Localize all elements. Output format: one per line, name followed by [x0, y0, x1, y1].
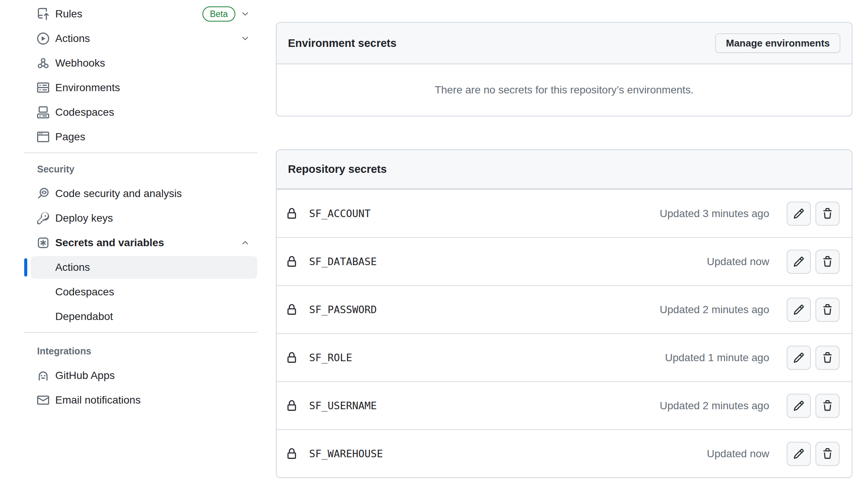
lock-icon [286, 352, 297, 363]
sidebar-item-webhooks[interactable]: Webhooks [31, 52, 257, 75]
environment-secrets-panel: Environment secrets Manage environments … [276, 22, 852, 116]
repo-push-icon [37, 8, 49, 20]
sidebar-item-label: Secrets and variables [55, 237, 164, 249]
repository-secrets-header: Repository secrets [277, 150, 852, 189]
sidebar-item-actions[interactable]: Actions [31, 27, 257, 50]
trash-icon [822, 304, 833, 315]
trash-icon [822, 352, 833, 363]
sidebar-item-label: Email notifications [55, 394, 141, 406]
delete-secret-button[interactable] [815, 394, 840, 418]
lock-icon [286, 256, 297, 267]
sidebar-divider [24, 152, 257, 153]
edit-secret-button[interactable] [787, 394, 811, 418]
sidebar-item-label: GitHub Apps [55, 370, 115, 382]
secret-name: SF_USERNAME [309, 400, 377, 411]
secret-row: SF_DATABASE Updated now [277, 237, 852, 285]
server-icon [37, 82, 49, 94]
sidebar-item-email-notifications[interactable]: Email notifications [31, 389, 257, 411]
delete-secret-button[interactable] [815, 442, 840, 466]
environment-secrets-empty-message: There are no secrets for this repository… [277, 64, 852, 116]
sidebar-item-label: Environments [55, 82, 120, 94]
delete-secret-button[interactable] [815, 298, 840, 322]
key-asterisk-icon [37, 237, 49, 249]
sidebar-item-label: Deploy keys [55, 212, 113, 224]
sidebar-section-integrations: Integrations [37, 346, 257, 357]
trash-icon [822, 400, 833, 411]
environment-secrets-title: Environment secrets [288, 37, 397, 50]
sidebar-item-label: Actions [55, 33, 90, 45]
trash-icon [822, 448, 833, 460]
lock-icon [286, 304, 297, 315]
secret-updated-timestamp: Updated 2 minutes ago [660, 304, 769, 316]
mail-icon [37, 394, 49, 406]
secrets-main-content: Environment secrets Manage environments … [276, 22, 852, 478]
sidebar-section-security: Security [37, 164, 257, 175]
sidebar-item-label: Rules [55, 8, 82, 20]
secret-row: SF_USERNAME Updated 2 minutes ago [277, 381, 852, 429]
sidebar-item-label: Codespaces [55, 106, 114, 118]
delete-secret-button[interactable] [815, 346, 840, 370]
secret-updated-timestamp: Updated now [707, 256, 769, 268]
pencil-icon [793, 448, 804, 460]
pencil-icon [793, 352, 804, 363]
sidebar-item-github-apps[interactable]: GitHub Apps [31, 364, 257, 387]
browser-icon [37, 131, 49, 143]
sidebar-item-secrets-and-variables[interactable]: Secrets and variables [31, 231, 257, 254]
webhook-icon [37, 57, 49, 69]
repository-secrets-title: Repository secrets [288, 163, 387, 175]
sidebar-item-pages[interactable]: Pages [31, 126, 257, 148]
delete-secret-button[interactable] [815, 250, 840, 274]
secret-row: SF_ACCOUNT Updated 3 minutes ago [277, 189, 852, 237]
secret-name: SF_ACCOUNT [309, 208, 371, 219]
sidebar-subitem-codespaces[interactable]: Codespaces [31, 281, 257, 303]
secret-updated-timestamp: Updated 3 minutes ago [660, 208, 769, 220]
trash-icon [822, 208, 833, 219]
codespaces-icon [37, 106, 49, 118]
secret-name: SF_WAREHOUSE [309, 448, 383, 460]
lock-icon [286, 400, 297, 411]
sidebar-item-rules[interactable]: Rules Beta [31, 3, 257, 25]
edit-secret-button[interactable] [787, 250, 811, 274]
chevron-down-icon [241, 34, 250, 43]
play-icon [37, 33, 49, 45]
codescan-icon [37, 188, 49, 200]
key-icon [37, 212, 49, 224]
sidebar-item-code-security[interactable]: Code security and analysis [31, 182, 257, 205]
sidebar-item-codespaces[interactable]: Codespaces [31, 101, 257, 124]
sidebar-item-environments[interactable]: Environments [31, 76, 257, 99]
repository-secrets-panel: Repository secrets SF_ACCOUNT Updated 3 … [276, 149, 852, 478]
secret-row: SF_WAREHOUSE Updated now [277, 429, 852, 477]
secret-row: SF_PASSWORD Updated 2 minutes ago [277, 285, 852, 333]
sidebar-divider [24, 332, 257, 333]
sidebar-item-deploy-keys[interactable]: Deploy keys [31, 207, 257, 230]
edit-secret-button[interactable] [787, 298, 811, 322]
edit-secret-button[interactable] [787, 346, 811, 370]
sidebar-item-label: Code security and analysis [55, 188, 182, 200]
repository-settings-page: Rules Beta Actions Webhooks Environments… [0, 0, 868, 500]
secret-name: SF_ROLE [309, 352, 352, 363]
secret-row: SF_ROLE Updated 1 minute ago [277, 333, 852, 381]
pencil-icon [793, 256, 804, 267]
lock-icon [286, 208, 297, 219]
sidebar-subitem-dependabot[interactable]: Dependabot [31, 305, 257, 328]
pencil-icon [793, 400, 804, 411]
beta-badge: Beta [202, 6, 235, 22]
settings-sidebar: Rules Beta Actions Webhooks Environments… [24, 0, 257, 413]
lock-icon [286, 448, 297, 460]
chevron-down-icon [241, 9, 250, 19]
pencil-icon [793, 208, 804, 219]
secret-name: SF_PASSWORD [309, 304, 377, 315]
secret-updated-timestamp: Updated now [707, 448, 769, 460]
sidebar-item-label: Webhooks [55, 57, 105, 69]
chevron-up-icon [241, 238, 250, 247]
edit-secret-button[interactable] [787, 202, 811, 226]
secret-name: SF_DATABASE [309, 256, 377, 267]
sidebar-subitem-actions[interactable]: Actions [31, 256, 257, 279]
edit-secret-button[interactable] [787, 442, 811, 466]
delete-secret-button[interactable] [815, 202, 840, 226]
environment-secrets-header: Environment secrets Manage environments [277, 23, 852, 64]
secret-updated-timestamp: Updated 2 minutes ago [660, 400, 769, 412]
hubot-icon [37, 370, 49, 382]
secret-updated-timestamp: Updated 1 minute ago [665, 352, 769, 364]
manage-environments-button[interactable]: Manage environments [715, 33, 840, 53]
